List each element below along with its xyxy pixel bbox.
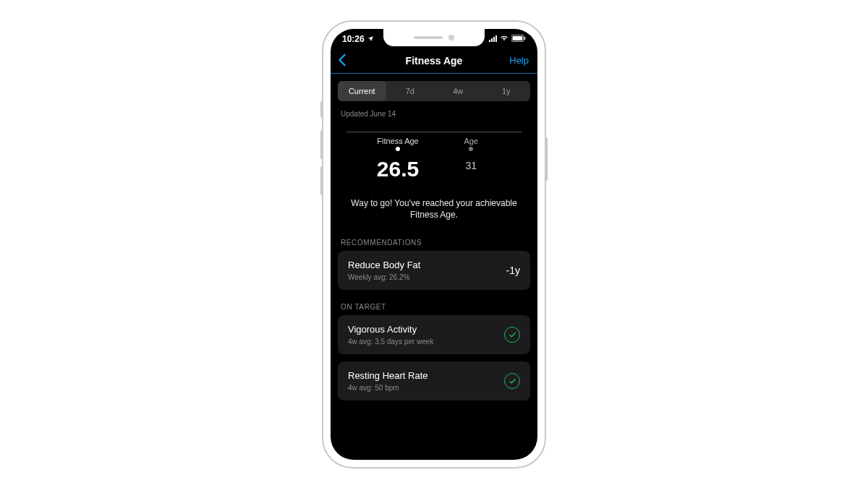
card-vigorous-activity[interactable]: Vigorous Activity 4w avg: 3.5 days per w… <box>338 315 530 354</box>
notch <box>383 29 485 46</box>
recommendations-header: RECOMMENDATIONS <box>331 233 537 251</box>
phone-frame: 10:26 Fitness Age Help <box>322 20 546 468</box>
age-label: Age <box>464 137 478 145</box>
card-title: Resting Heart Rate <box>348 370 428 381</box>
card-subtitle: 4w avg: 50 bpm <box>348 384 428 392</box>
check-icon <box>504 327 520 343</box>
on-target-header: ON TARGET <box>331 297 537 315</box>
segment-4w[interactable]: 4w <box>434 81 482 101</box>
card-resting-heart-rate[interactable]: Resting Heart Rate 4w avg: 50 bpm <box>338 361 530 401</box>
segment-1y[interactable]: 1y <box>482 81 531 101</box>
help-button[interactable]: Help <box>509 55 529 66</box>
svg-rect-2 <box>524 37 526 40</box>
back-button[interactable] <box>338 53 346 70</box>
card-subtitle: Weekly avg: 26.2% <box>348 273 420 281</box>
location-icon <box>367 34 374 44</box>
volume-down-button <box>320 166 323 195</box>
fitness-age-block: Fitness Age 26.5 Age 31 <box>331 118 537 189</box>
screen: 10:26 Fitness Age Help <box>331 29 537 460</box>
age-dot <box>469 147 473 151</box>
segment-7d[interactable]: 7d <box>386 81 435 101</box>
card-title: Reduce Body Fat <box>348 260 420 270</box>
page-title: Fitness Age <box>406 55 463 67</box>
card-title: Vigorous Activity <box>348 324 433 335</box>
speaker-grille <box>414 36 443 39</box>
fitness-age-label: Fitness Age <box>377 137 418 145</box>
wifi-icon <box>500 34 509 44</box>
card-reduce-body-fat[interactable]: Reduce Body Fat Weekly avg: 26.2% -1y <box>338 251 530 290</box>
power-button <box>545 137 548 181</box>
check-icon <box>504 373 520 389</box>
achievement-message: Way to go! You've reached your achievabl… <box>331 189 537 234</box>
age-value: 31 <box>465 160 477 171</box>
time-range-segmented: Current 7d 4w 1y <box>338 81 530 101</box>
front-camera <box>448 35 454 40</box>
updated-label: Updated June 14 <box>331 101 537 118</box>
chronological-age-col: Age 31 <box>451 137 491 181</box>
battery-icon <box>511 34 526 44</box>
volume-up-button <box>320 130 323 159</box>
age-axis-line <box>346 132 522 132</box>
fitness-age-col: Fitness Age 26.5 <box>377 137 419 181</box>
side-button <box>320 101 323 117</box>
status-time: 10:26 <box>342 34 365 44</box>
svg-rect-1 <box>513 35 523 40</box>
cellular-icon <box>489 35 497 42</box>
nav-bar: Fitness Age Help <box>331 49 537 74</box>
segment-current[interactable]: Current <box>338 81 386 101</box>
fitness-age-value: 26.5 <box>377 157 419 181</box>
fitness-age-dot <box>396 147 400 151</box>
card-impact: -1y <box>506 265 520 276</box>
card-subtitle: 4w avg: 3.5 days per week <box>348 338 433 346</box>
